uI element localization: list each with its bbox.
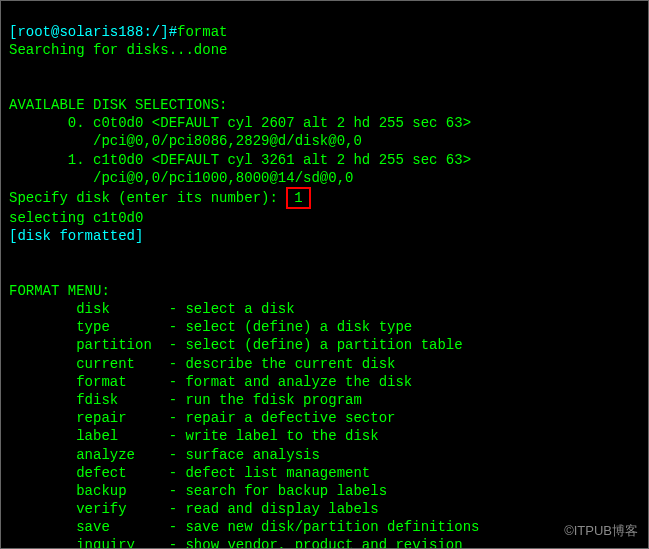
menu-items: disk - select a disk type - select (defi…: [9, 301, 479, 549]
terminal-output[interactable]: [root@solaris188:/]#format Searching for…: [1, 1, 648, 549]
searching-line: Searching for disks...done: [9, 42, 227, 58]
disk0-l2: /pci@0,0/pci8086,2829@d/disk@0,0: [9, 133, 362, 149]
available-header: AVAILABLE DISK SELECTIONS:: [9, 97, 227, 113]
user-input-highlight: 1: [286, 187, 310, 209]
menu-header: FORMAT MENU:: [9, 283, 110, 299]
input-value: 1: [294, 190, 302, 206]
watermark: ©ITPUB博客: [564, 523, 638, 540]
selecting-line: selecting c1t0d0: [9, 210, 143, 226]
specify-prompt: Specify disk (enter its number):: [9, 190, 286, 206]
disk-formatted-line: [disk formatted]: [9, 228, 143, 244]
shell-prompt: [root@solaris188:/]#: [9, 24, 177, 40]
disk0-l1: 0. c0t0d0 <DEFAULT cyl 2607 alt 2 hd 255…: [9, 115, 471, 131]
typed-command: format: [177, 24, 227, 40]
disk1-l2: /pci@0,0/pci1000,8000@14/sd@0,0: [9, 170, 353, 186]
disk1-l1: 1. c1t0d0 <DEFAULT cyl 3261 alt 2 hd 255…: [9, 152, 471, 168]
